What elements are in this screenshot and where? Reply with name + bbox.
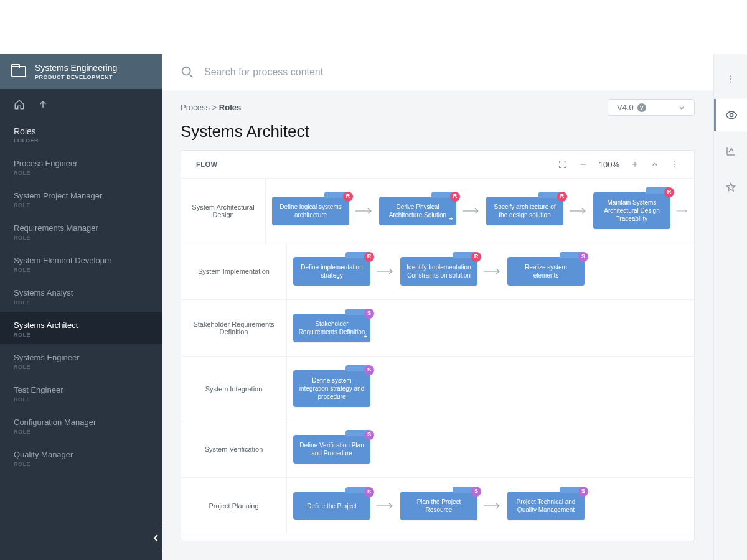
panel-title: FLOW <box>196 161 217 168</box>
flow-row: Stakeholder Requirements DefinitionSStak… <box>181 300 694 357</box>
flow-node[interactable]: SPlan the Project Resource <box>400 492 477 520</box>
arrow-icon <box>484 268 501 274</box>
flow-node[interactable]: SDefine system integration strategy and … <box>293 370 370 407</box>
rail-more-icon[interactable] <box>714 63 748 95</box>
flow-node[interactable]: RSpecify architecture of the design solu… <box>486 197 563 225</box>
node-badge-icon: S <box>364 487 374 497</box>
brand-header[interactable]: Systems Engineering PRODUCT DEVELOPMENT <box>0 54 162 89</box>
flow-row: System ImplementationRDefine implementat… <box>181 243 694 300</box>
node-badge-icon: R <box>450 192 460 202</box>
flow-node-label: Define implementation strategy <box>298 263 365 279</box>
flow-row: System Architectural DesignRDefine logic… <box>181 179 694 243</box>
sidebar-item-systems-engineer[interactable]: Systems Engineer ROLE <box>0 344 162 376</box>
arrow-icon <box>355 208 373 214</box>
svg-point-1 <box>674 161 675 162</box>
sidebar-item-label: System Element Developer <box>14 256 148 265</box>
node-badge-icon: R <box>364 252 374 262</box>
sidebar-item-configuration-manager[interactable]: Configuration Manager ROLE <box>0 409 162 441</box>
svg-point-6 <box>730 82 731 83</box>
collapse-up-icon[interactable] <box>651 160 659 169</box>
sidebar-item-label: Requirements Manager <box>14 223 148 233</box>
sidebar-item-label: Test Engineer <box>14 385 148 394</box>
search-bar <box>162 54 713 90</box>
svg-point-4 <box>730 75 731 77</box>
sidebar-item-systems-analyst[interactable]: Systems Analyst ROLE <box>0 279 162 312</box>
flow-node-label: Define the Project <box>307 502 357 510</box>
plus-icon[interactable]: + <box>364 332 367 340</box>
node-badge-icon: S <box>471 487 481 497</box>
flow-node-label: Realize system elements <box>512 263 580 279</box>
flow-node-label: Define Verification Plan and Procedure <box>298 441 365 457</box>
main-area: Process > Roles V4.0 V Systems Architect… <box>162 54 713 560</box>
sidebar-item-system-element-developer[interactable]: System Element Developer ROLE <box>0 247 162 279</box>
flow-row-label: System Verification <box>181 421 287 477</box>
sidebar-item-requirements-manager[interactable]: Requirements Manager ROLE <box>0 215 162 247</box>
flow-node[interactable]: SProject Technical and Quality Managemen… <box>507 492 585 520</box>
sidebar-item-label: Systems Architect <box>14 320 148 330</box>
rail-edit-icon[interactable] <box>714 135 748 167</box>
sidebar-item-sub: ROLE <box>14 364 148 370</box>
brand-subtitle: PRODUCT DEVELOPMENT <box>35 74 117 80</box>
node-badge-icon: R <box>343 192 353 202</box>
sidebar-item-sub: ROLE <box>14 170 148 176</box>
flow-node[interactable]: SRealize system elements <box>507 257 585 286</box>
more-vertical-icon[interactable] <box>670 160 679 169</box>
arrow-icon <box>677 208 688 214</box>
breadcrumb[interactable]: Process > Roles <box>181 103 241 112</box>
up-icon[interactable] <box>37 99 49 110</box>
home-icon[interactable] <box>14 99 25 110</box>
arrow-icon <box>484 503 501 509</box>
flow-node-label: Plan the Project Resource <box>405 498 472 514</box>
sidebar-item-sub: ROLE <box>14 332 148 338</box>
breadcrumb-parent[interactable]: Process <box>181 103 210 112</box>
sidebar-item-label: Quality Manager <box>14 450 148 459</box>
zoom-in-button[interactable] <box>631 160 639 169</box>
sidebar-item-systems-architect[interactable]: Systems Architect ROLE <box>0 312 162 344</box>
flow-row: System VerificationSDefine Verification … <box>181 421 694 478</box>
flow-node[interactable]: RMaintain Systems Architectural Design T… <box>593 192 670 229</box>
flow-row-label: Project Planning <box>181 478 287 534</box>
version-badge-icon: V <box>637 103 646 112</box>
flow-node[interactable]: SStakeholder Requirements Definition+ <box>293 314 370 342</box>
rail-view-icon[interactable] <box>714 99 748 131</box>
node-badge-icon: S <box>364 430 374 440</box>
node-badge-icon: S <box>364 309 374 319</box>
flow-node[interactable]: RDerive Physical Architecture Solution+ <box>379 197 456 225</box>
sidebar-section-subtitle: FOLDER <box>14 138 148 144</box>
flow-node[interactable]: RDefine logical systems architecture <box>272 197 349 225</box>
sidebar-item-process-engineer[interactable]: Process Engineer ROLE <box>0 150 162 182</box>
sidebar-item-test-engineer[interactable]: Test Engineer ROLE <box>0 376 162 409</box>
sidebar-item-label: Systems Analyst <box>14 288 148 297</box>
sidebar-collapse-handle[interactable] <box>150 527 162 549</box>
right-rail <box>713 54 747 560</box>
zoom-out-button[interactable] <box>579 160 588 169</box>
flow-node[interactable]: RDefine implementation strategy <box>293 257 370 286</box>
flow-node-label: Define logical systems architecture <box>277 203 344 219</box>
svg-point-2 <box>674 164 675 165</box>
version-selector[interactable]: V4.0 V <box>608 99 695 116</box>
sidebar-item-sub: ROLE <box>14 299 148 306</box>
sidebar-section-title: Roles <box>14 126 148 136</box>
flow-row-label: Stakeholder Requirements Definition <box>181 300 287 356</box>
sidebar-item-system-project-manager[interactable]: System Project Manager ROLE <box>0 182 162 215</box>
flow-node[interactable]: SDefine the Project <box>293 492 370 520</box>
flow-node[interactable]: RIdentify Implementation Constraints on … <box>400 257 477 286</box>
sidebar-item-quality-manager[interactable]: Quality Manager ROLE <box>0 441 162 474</box>
folder-icon <box>11 66 26 77</box>
search-input[interactable] <box>204 67 695 78</box>
fullscreen-icon[interactable] <box>558 159 568 169</box>
sidebar-item-sub: ROLE <box>14 429 148 435</box>
sidebar-item-label: Systems Engineer <box>14 353 148 362</box>
arrow-icon <box>463 208 480 214</box>
plus-icon[interactable]: + <box>449 214 453 223</box>
flow-node-label: Specify architecture of the design solut… <box>491 203 558 219</box>
node-badge-icon: S <box>364 365 374 375</box>
svg-point-7 <box>730 114 733 117</box>
sidebar-item-sub: ROLE <box>14 235 148 241</box>
flow-node[interactable]: SDefine Verification Plan and Procedure <box>293 435 370 464</box>
node-badge-icon: S <box>578 487 588 497</box>
arrow-icon <box>377 503 394 509</box>
rail-star-icon[interactable] <box>714 171 748 203</box>
flow-node-label: Identify Implementation Constraints on s… <box>405 263 472 279</box>
flow-panel: FLOW 100% <box>181 150 695 541</box>
